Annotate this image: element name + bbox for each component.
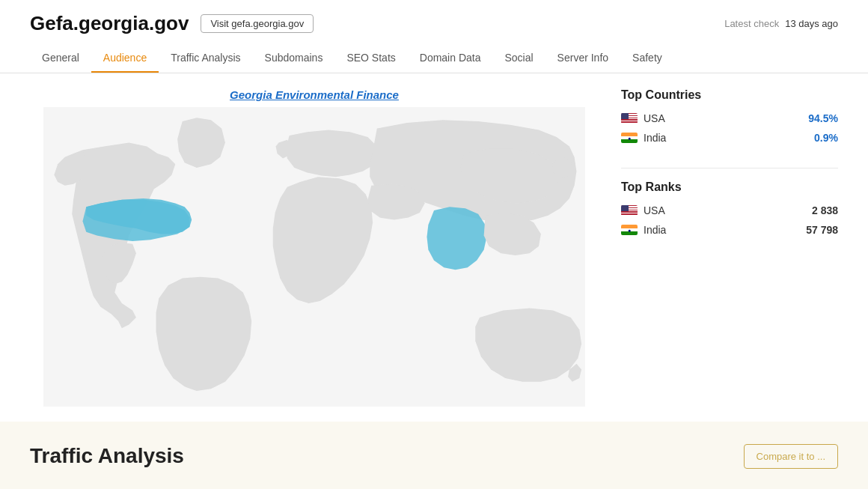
nav-item-audience[interactable]: Audience	[91, 44, 159, 73]
nav-item-subdomains[interactable]: Subdomains	[253, 44, 335, 73]
traffic-analysis-title: Traffic Analysis	[30, 444, 184, 468]
country-row-usa-rank: USA 2 838	[621, 204, 838, 216]
country-name-india-rank: India	[644, 224, 666, 236]
nav-item-seo[interactable]: SEO Stats	[334, 44, 407, 73]
country-name-usa-rank: USA	[644, 204, 665, 216]
site-title: Gefa.georgia.gov	[30, 12, 189, 35]
top-countries-section: Top Countries USA 94.5% India 0.9%	[621, 88, 838, 144]
map-title[interactable]: Georgia Environmental Finance	[30, 88, 599, 101]
flag-india-ranks	[621, 225, 638, 235]
country-name-usa-pct: USA	[644, 112, 665, 124]
nav: General Audience Traffic Analysis Subdom…	[0, 44, 868, 73]
top-countries-title: Top Countries	[621, 88, 838, 102]
top-ranks-title: Top Ranks	[621, 180, 838, 194]
nav-item-social[interactable]: Social	[492, 44, 545, 73]
map-area: Georgia Environmental Finance	[30, 88, 599, 407]
flag-us-ranks	[621, 205, 638, 216]
nav-item-server[interactable]: Server Info	[545, 44, 620, 73]
country-left-india-pct: India	[621, 132, 666, 144]
country-value-india-pct: 0.9%	[814, 132, 838, 144]
country-rank-usa: 2 838	[812, 204, 838, 216]
header-right: Latest check 13 days ago	[724, 18, 838, 29]
country-row-usa-pct: USA 94.5%	[621, 112, 838, 124]
flag-india-countries	[621, 133, 638, 143]
country-row-india-pct: India 0.9%	[621, 132, 838, 144]
country-rank-india: 57 798	[806, 224, 838, 236]
right-panel: Top Countries USA 94.5% India 0.9%	[621, 88, 838, 407]
header-left: Gefa.georgia.gov Visit gefa.georgia.gov	[30, 12, 314, 35]
bottom-section: Traffic Analysis Compare it to ...	[0, 422, 868, 489]
world-map-svg	[30, 107, 599, 407]
main-content: Georgia Environmental Finance	[0, 73, 868, 422]
latest-check-value: 13 days ago	[785, 18, 838, 29]
latest-check-label: Latest check	[724, 18, 779, 29]
country-row-india-rank: India 57 798	[621, 224, 838, 236]
compare-button[interactable]: Compare it to ...	[744, 444, 838, 469]
country-name-india-pct: India	[644, 132, 666, 144]
flag-us-countries	[621, 113, 638, 124]
nav-item-domain[interactable]: Domain Data	[408, 44, 493, 73]
divider	[621, 168, 838, 168]
nav-item-safety[interactable]: Safety	[620, 44, 674, 73]
top-ranks-section: Top Ranks USA 2 838 India 57 798	[621, 180, 838, 236]
visit-site-button[interactable]: Visit gefa.georgia.gov	[201, 14, 314, 33]
nav-item-general[interactable]: General	[30, 44, 91, 73]
nav-item-traffic[interactable]: Traffic Analysis	[159, 44, 252, 73]
country-left-india-rank: India	[621, 224, 666, 236]
country-value-usa-pct: 94.5%	[808, 112, 838, 124]
header: Gefa.georgia.gov Visit gefa.georgia.gov …	[0, 0, 868, 35]
country-left-usa-rank: USA	[621, 204, 665, 216]
country-left-usa-pct: USA	[621, 112, 665, 124]
world-map-container	[30, 107, 599, 407]
